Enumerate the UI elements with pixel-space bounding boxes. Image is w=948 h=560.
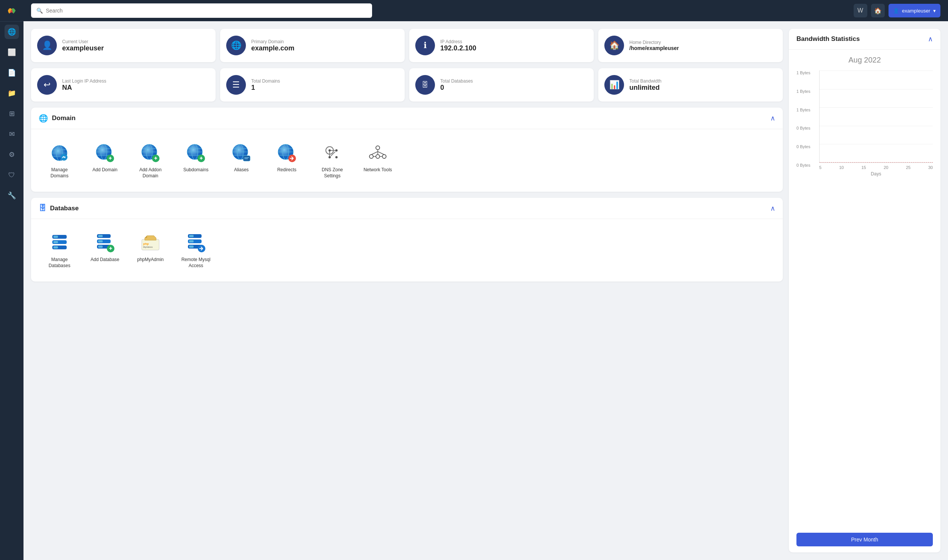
phpmyadmin-icon: php MyAdmin — [139, 232, 161, 254]
header: 🔍 W 🏠 👤 exampleuser ▾ — [23, 0, 948, 21]
aliases-icon — [230, 142, 252, 164]
subdomains-label: Subdomains — [183, 167, 209, 173]
bandwidth-panel-header: Bandwidth Statistics ∧ — [789, 29, 940, 50]
add-addon-domain-label: Add AddonDomain — [139, 167, 162, 179]
user-label: exampleuser — [902, 8, 930, 14]
current-user-label: Current User — [62, 39, 104, 44]
manage-domains-icon — [48, 142, 70, 164]
card-total-bandwidth: 📊 Total Bandwidth unlimited — [598, 68, 783, 102]
x-label-30: 30 — [928, 165, 933, 170]
aliases-item[interactable]: Aliases — [221, 137, 262, 184]
x-label-15: 15 — [861, 165, 866, 170]
bandwidth-panel-toggle[interactable]: ∧ — [928, 35, 933, 43]
search-bar[interactable]: 🔍 — [31, 3, 372, 18]
sidebar-item-settings[interactable]: ⚙ — [5, 147, 19, 162]
ip-address-label: IP Address — [440, 39, 476, 44]
home-icon-btn[interactable]: 🏠 — [871, 4, 885, 17]
domain-icon-grid: ManageDomains — [39, 137, 775, 184]
svg-point-60 — [376, 155, 380, 158]
network-tools-item[interactable]: Network Tools — [357, 137, 399, 184]
last-login-icon: ↩ — [37, 75, 57, 95]
svg-rect-89 — [189, 240, 194, 242]
current-user-value: exampleuser — [62, 44, 104, 52]
redirects-label: Redirects — [277, 167, 297, 173]
search-input[interactable] — [46, 8, 367, 14]
sidebar-item-layers[interactable]: ⬜ — [5, 45, 19, 59]
sidebar-item-folder[interactable]: 📁 — [5, 86, 19, 100]
add-addon-domain-item[interactable]: Add AddonDomain — [130, 137, 171, 184]
ip-address-icon: ℹ — [415, 36, 435, 55]
last-login-value: NA — [62, 84, 106, 92]
svg-text:MyAdmin: MyAdmin — [143, 246, 153, 248]
info-cards-row2: ↩ Last Login IP Address NA ☰ Total Domai… — [31, 68, 783, 102]
add-domain-label: Add Domain — [92, 167, 117, 173]
bandwidth-title-text: Bandwidth Statistics — [796, 35, 860, 43]
remote-mysql-icon — [185, 232, 207, 254]
chart-month: Aug 2022 — [796, 56, 933, 64]
total-domains-icon: ☰ — [226, 75, 246, 95]
database-panel-header: 🗄 Database ∧ — [31, 198, 783, 219]
wordpress-icon-btn[interactable]: W — [854, 4, 867, 17]
total-databases-label: Total Databases — [440, 78, 473, 84]
database-panel-toggle[interactable]: ∧ — [770, 204, 775, 213]
sidebar-item-file[interactable]: 📄 — [5, 66, 19, 80]
svg-point-58 — [369, 155, 373, 158]
chart-x-axis-label: Days — [819, 171, 933, 177]
svg-rect-77 — [98, 246, 103, 248]
svg-rect-88 — [189, 235, 194, 237]
sidebar-item-globe[interactable]: 🌐 — [5, 25, 19, 39]
manage-databases-label: ManageDatabases — [48, 257, 70, 269]
sidebar-item-shield[interactable]: 🛡 — [5, 168, 19, 182]
remote-mysql-item[interactable]: Remote MysqlAccess — [175, 227, 217, 274]
svg-point-50 — [335, 149, 338, 152]
total-databases-value: 0 — [440, 84, 473, 92]
total-databases-icon: 🗄 — [415, 75, 435, 95]
total-domains-value: 1 — [251, 84, 280, 92]
search-icon: 🔍 — [36, 8, 43, 14]
database-icon-grid: ManageDatabases — [39, 227, 775, 274]
svg-rect-70 — [53, 241, 58, 243]
domain-panel-body: ManageDomains — [31, 129, 783, 192]
home-directory-label: Home Directory — [629, 40, 679, 45]
card-ip-address: ℹ IP Address 192.0.2.100 — [409, 29, 594, 62]
database-title-text: Database — [50, 205, 79, 212]
prev-month-button[interactable]: Prev Month — [796, 533, 933, 546]
dns-zone-label: DNS ZoneSettings — [322, 167, 343, 179]
add-domain-icon — [94, 142, 116, 164]
svg-rect-17 — [110, 157, 111, 160]
home-directory-value: /home/exampleuser — [629, 45, 679, 51]
svg-rect-69 — [53, 236, 58, 238]
svg-rect-90 — [189, 246, 194, 248]
redirects-item[interactable]: Redirects — [266, 137, 308, 184]
svg-point-52 — [335, 156, 338, 158]
y-label-4: 0 Bytes — [796, 126, 810, 130]
add-domain-item[interactable]: Add Domain — [84, 137, 126, 184]
primary-domain-icon: 🌐 — [226, 36, 246, 55]
sidebar-item-grid[interactable]: ⊞ — [5, 106, 19, 121]
add-database-item[interactable]: Add Database — [84, 227, 126, 274]
sidebar-item-wrench[interactable]: 🔧 — [5, 188, 19, 203]
x-label-10: 10 — [839, 165, 844, 170]
manage-databases-item[interactable]: ManageDatabases — [39, 227, 80, 274]
svg-rect-25 — [155, 157, 156, 160]
chart-x-labels: 5 10 15 20 25 30 — [819, 163, 933, 170]
user-menu-btn[interactable]: 👤 exampleuser ▾ — [889, 4, 940, 17]
subdomains-item[interactable]: Subdomains — [175, 137, 217, 184]
chart-y-labels: 1 Bytes 1 Bytes 1 Bytes 0 Bytes 0 Bytes … — [796, 70, 810, 177]
domain-panel-toggle[interactable]: ∧ — [770, 114, 775, 122]
bandwidth-panel-title: Bandwidth Statistics — [796, 35, 860, 43]
svg-point-51 — [329, 156, 331, 158]
sidebar-item-mail[interactable]: ✉ — [5, 127, 19, 141]
bandwidth-body: Aug 2022 1 Bytes 1 Bytes 1 Bytes 0 Bytes… — [789, 50, 940, 533]
dns-zone-item[interactable]: DNS ZoneSettings — [311, 137, 353, 184]
manage-domains-item[interactable]: ManageDomains — [39, 137, 80, 184]
svg-point-59 — [382, 155, 386, 158]
current-user-icon: 👤 — [37, 36, 57, 55]
x-label-20: 20 — [884, 165, 888, 170]
dns-zone-icon — [321, 142, 343, 164]
add-database-icon — [94, 232, 116, 254]
redirects-icon — [276, 142, 298, 164]
svg-line-65 — [378, 152, 384, 155]
card-last-login-ip: ↩ Last Login IP Address NA — [31, 68, 216, 102]
phpmyadmin-item[interactable]: php MyAdmin phpMyAdmin — [130, 227, 171, 274]
